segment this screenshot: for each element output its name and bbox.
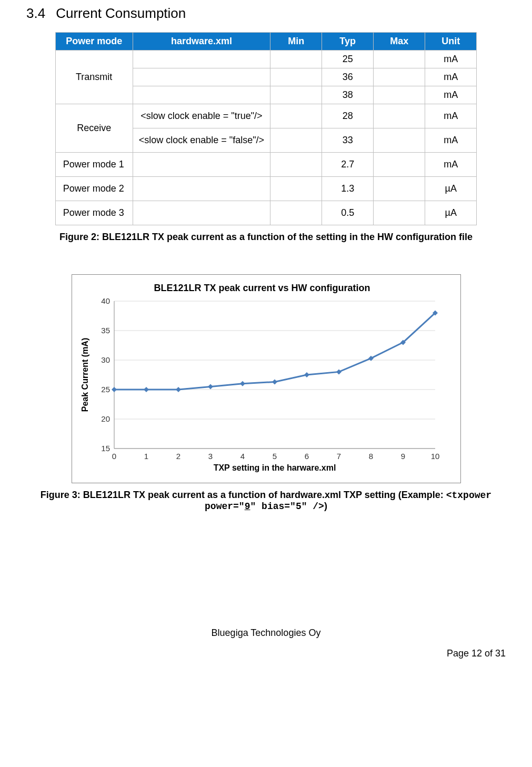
chart-container: BLE121LR TX peak current vs HW configura…	[72, 274, 461, 483]
svg-text:6: 6	[304, 452, 308, 461]
table-cell	[270, 51, 322, 68]
table-cell	[374, 104, 425, 128]
chart-title: BLE121LR TX peak current vs HW configura…	[77, 283, 447, 294]
table-cell: 2.7	[322, 153, 374, 177]
table-cell	[374, 177, 425, 201]
table-cell	[133, 86, 270, 104]
table-cell	[270, 201, 322, 225]
figure3-code-b: " bias="5" />	[250, 501, 324, 512]
table-cell	[374, 128, 425, 153]
svg-text:1: 1	[144, 452, 148, 461]
table-cell: mA	[425, 68, 477, 86]
svg-text:35: 35	[101, 326, 110, 335]
svg-text:10: 10	[430, 452, 439, 461]
page-number: Page 12 of 31	[26, 648, 506, 659]
table-cell: µA	[425, 177, 477, 201]
table-cell	[270, 104, 322, 128]
svg-text:15: 15	[101, 444, 110, 453]
table-cell	[133, 153, 270, 177]
table-cell	[270, 177, 322, 201]
table-cell	[270, 128, 322, 153]
table-cell	[133, 201, 270, 225]
table-cell	[133, 177, 270, 201]
table-cell	[133, 68, 270, 86]
svg-text:TXP setting in the harware.xml: TXP setting in the harware.xml	[213, 463, 336, 472]
table-cell: <slow clock enable = "false"/>	[133, 128, 270, 153]
table-row: Transmit25mA	[55, 51, 477, 68]
figure3-prefix: Figure 3: BLE121LR TX peak current as a …	[41, 490, 446, 500]
table-cell	[374, 153, 425, 177]
table-row: Power mode 30.5µA	[55, 201, 477, 225]
table-cell	[374, 68, 425, 86]
table-cell: <slow clock enable = "true"/>	[133, 104, 270, 128]
svg-text:40: 40	[101, 296, 110, 305]
table-cell: mA	[425, 153, 477, 177]
section-number: 3.4	[26, 5, 45, 21]
th-max: Max	[374, 33, 425, 51]
table-row: Power mode 21.3µA	[55, 177, 477, 201]
svg-text:4: 4	[240, 452, 244, 461]
th-typ: Typ	[322, 33, 374, 51]
table-cell: Power mode 2	[55, 177, 133, 201]
table-cell: 1.3	[322, 177, 374, 201]
table-cell: 38	[322, 86, 374, 104]
table-cell: Power mode 1	[55, 153, 133, 177]
table-cell	[374, 86, 425, 104]
table-cell: 33	[322, 128, 374, 153]
svg-text:3: 3	[208, 452, 212, 461]
th-mode: Power mode	[55, 33, 133, 51]
th-hw: hardware.xml	[133, 33, 270, 51]
svg-text:Peak Current (mA): Peak Current (mA)	[81, 338, 89, 412]
table-cell: mA	[425, 104, 477, 128]
table-cell	[270, 68, 322, 86]
table-cell: 25	[322, 51, 374, 68]
footer-company: Bluegiga Technologies Oy	[26, 627, 506, 639]
table-cell: mA	[425, 51, 477, 68]
svg-text:8: 8	[368, 452, 373, 461]
figure3-code-u: 9	[245, 501, 250, 512]
table-row: Power mode 12.7mA	[55, 153, 477, 177]
th-unit: Unit	[425, 33, 477, 51]
table-cell: 36	[322, 68, 374, 86]
section-heading: 3.4Current Consumption	[26, 5, 506, 22]
th-min: Min	[270, 33, 322, 51]
table-cell: Power mode 3	[55, 201, 133, 225]
table-cell	[270, 153, 322, 177]
chart-svg: 152025303540012345678910TXP setting in t…	[77, 296, 446, 475]
svg-text:5: 5	[272, 452, 276, 461]
table-row: Receive<slow clock enable = "true"/>28mA	[55, 104, 477, 128]
table-cell: µA	[425, 201, 477, 225]
table-cell	[270, 86, 322, 104]
svg-text:30: 30	[101, 355, 110, 364]
figure2-caption: Figure 2: BLE121LR TX peak current as a …	[26, 232, 506, 243]
table-cell: Transmit	[55, 51, 133, 104]
section-title: Current Consumption	[56, 5, 186, 21]
table-cell	[133, 51, 270, 68]
svg-text:20: 20	[101, 414, 110, 423]
table-cell: 0.5	[322, 201, 374, 225]
svg-text:2: 2	[176, 452, 180, 461]
figure3-suffix: )	[324, 501, 327, 511]
table-cell: mA	[425, 128, 477, 153]
svg-text:25: 25	[101, 385, 110, 394]
consumption-table: Power mode hardware.xml Min Typ Max Unit…	[55, 32, 477, 225]
svg-text:7: 7	[336, 452, 340, 461]
table-cell	[374, 201, 425, 225]
table-cell: mA	[425, 86, 477, 104]
table-cell	[374, 51, 425, 68]
svg-text:0: 0	[112, 452, 116, 461]
svg-text:9: 9	[400, 452, 405, 461]
figure3-caption: Figure 3: BLE121LR TX peak current as a …	[26, 490, 506, 512]
table-cell: Receive	[55, 104, 133, 153]
table-cell: 28	[322, 104, 374, 128]
